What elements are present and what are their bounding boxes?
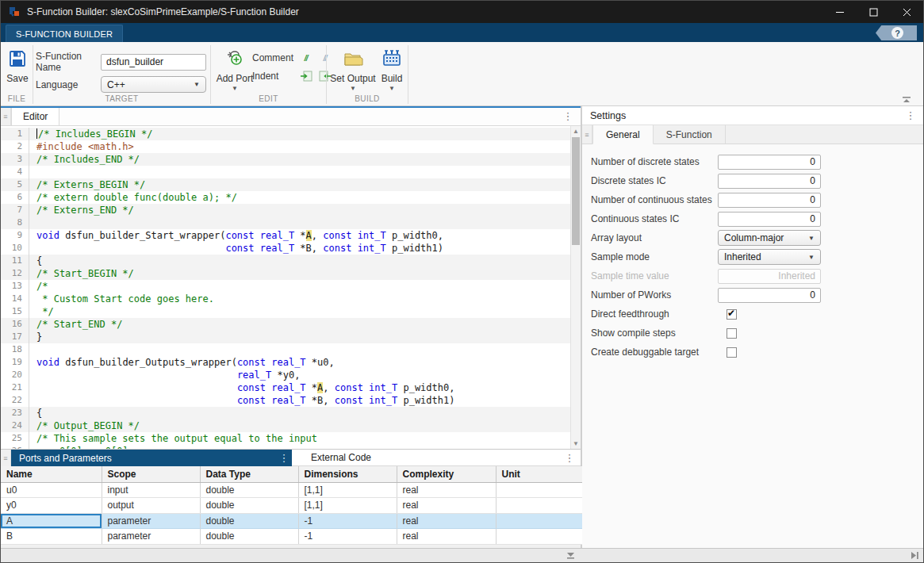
- code-line[interactable]: 14 * Custom Start code goes here.: [1, 293, 570, 305]
- close-button[interactable]: [890, 1, 923, 23]
- code-line[interactable]: 6/* extern double func(double a); */: [1, 191, 570, 204]
- table-row[interactable]: Bparameterdouble-1real: [1, 529, 582, 545]
- code-line[interactable]: 24/* Output_BEGIN */: [1, 419, 570, 432]
- code-line[interactable]: 16/* Start_END */: [1, 318, 570, 331]
- editor-kebab-icon[interactable]: ⋮: [560, 110, 576, 122]
- field-label: Show compile steps: [591, 327, 718, 339]
- tab-ports-and-parameters[interactable]: Ports and Parameters ⋮: [11, 450, 292, 466]
- bottom-status-bar: [1, 548, 923, 562]
- code-line[interactable]: 1/* Includes_BEGIN */: [1, 128, 570, 140]
- settings-kebab-icon[interactable]: ⋮: [903, 109, 918, 121]
- language-dropdown[interactable]: C++ ▼: [101, 76, 206, 93]
- code-line[interactable]: 9void dsfun_builder_Start_wrapper(const …: [1, 229, 570, 242]
- ports-kebab-icon[interactable]: ⋮: [276, 452, 292, 464]
- tab-sfunction-builder[interactable]: S-FUNCTION BUILDER: [6, 25, 123, 42]
- section-label-build: BUILD: [327, 94, 408, 103]
- create-debuggable-checkbox[interactable]: [727, 347, 737, 358]
- help-icon[interactable]: ?: [891, 27, 903, 39]
- table-row[interactable]: u0inputdouble[1,1]real: [1, 482, 582, 498]
- code-line[interactable]: 22 const real_T *B, const int_T p_width1…: [1, 394, 570, 407]
- code-line[interactable]: 7/* Externs_END */: [1, 204, 570, 216]
- tab-general[interactable]: General: [592, 125, 654, 144]
- editor-tab-bar: ≡ Editor ⋮: [1, 108, 581, 126]
- code-line[interactable]: 21 const real_T *A, const int_T p_width0…: [1, 381, 570, 394]
- code-line[interactable]: 18: [1, 343, 570, 356]
- comment-icon[interactable]: //: [299, 52, 312, 63]
- code-lines[interactable]: 1/* Includes_BEGIN */2#include <math.h>3…: [1, 128, 570, 449]
- chevron-down-icon: ▼: [194, 81, 200, 88]
- window-title: S-Function Builder: slexCoSimPrimeExampl…: [27, 6, 299, 17]
- direct-feedthrough-checkbox[interactable]: [727, 309, 737, 320]
- code-line[interactable]: 23{: [1, 407, 570, 419]
- build-icon: [378, 47, 406, 71]
- indent-right-icon[interactable]: [299, 70, 312, 82]
- save-icon: [3, 47, 32, 71]
- panel-drag-handle-icon[interactable]: ≡: [1, 108, 11, 125]
- code-line[interactable]: 8: [1, 216, 570, 229]
- col-header-scope[interactable]: Scope: [102, 466, 200, 482]
- expand-panel-icon[interactable]: [910, 551, 919, 562]
- scrollbar-thumb[interactable]: [572, 137, 580, 245]
- tab-editor[interactable]: Editor: [11, 108, 59, 125]
- pworks-input[interactable]: [718, 288, 821, 303]
- show-compile-steps-checkbox[interactable]: [727, 328, 737, 339]
- code-line[interactable]: 10 const real_T *B, const int_T p_width1…: [1, 242, 570, 255]
- col-header-datatype[interactable]: Data Type: [200, 466, 298, 482]
- minimize-button[interactable]: [823, 1, 857, 23]
- table-row-selected[interactable]: Aparameterdouble-1real: [1, 513, 582, 529]
- code-line[interactable]: 17}: [1, 331, 570, 343]
- maximize-button[interactable]: [857, 1, 890, 23]
- sfunction-name-label: S-Function Name: [36, 51, 101, 73]
- code-line[interactable]: 25/* This sample sets the output equal t…: [1, 432, 570, 445]
- external-code-kebab-icon[interactable]: ⋮: [562, 452, 577, 464]
- editor-scrollbar[interactable]: ▲ ▼: [570, 126, 581, 449]
- editor-column: ≡ Editor ⋮ 1/* Includes_BEGIN */2#includ…: [1, 106, 582, 548]
- section-label-file: FILE: [1, 94, 33, 103]
- panel-drag-handle-icon[interactable]: ≡: [1, 450, 11, 467]
- scroll-down-icon[interactable]: ▼: [571, 439, 581, 449]
- discrete-states-ic-input[interactable]: [718, 174, 821, 189]
- code-line[interactable]: 2#include <math.h>: [1, 140, 570, 153]
- settings-panel: Settings ⋮ ≡ General S-Function Number o…: [582, 106, 923, 548]
- col-header-unit[interactable]: Unit: [496, 466, 582, 482]
- discrete-states-input[interactable]: [718, 155, 821, 170]
- col-header-complexity[interactable]: Complexity: [397, 466, 496, 482]
- code-line[interactable]: 3/* Includes_END */: [1, 153, 570, 166]
- sample-mode-dropdown[interactable]: Inherited▼: [718, 249, 821, 265]
- field-label: Number of PWorks: [591, 289, 718, 301]
- code-line[interactable]: 12/* Start_BEGIN */: [1, 267, 570, 280]
- scroll-up-icon[interactable]: ▲: [571, 126, 581, 136]
- tab-external-code[interactable]: External Code ⋮: [292, 450, 581, 466]
- tab-sfunction[interactable]: S-Function: [654, 125, 726, 144]
- code-line[interactable]: 20 real_T *y0,: [1, 369, 570, 381]
- settings-form: Number of discrete states Discrete state…: [582, 144, 923, 362]
- chevron-down-icon: ▼: [214, 85, 255, 92]
- help-tag[interactable]: ?: [876, 25, 917, 40]
- code-line[interactable]: 26 y0[0] = u0[0];: [1, 445, 570, 449]
- text-caret: [36, 128, 37, 139]
- panel-drag-handle-icon[interactable]: ≡: [582, 125, 592, 144]
- col-header-dimensions[interactable]: Dimensions: [298, 466, 397, 482]
- code-line[interactable]: 4: [1, 166, 570, 178]
- table-row[interactable]: y0outputdouble[1,1]real: [1, 498, 582, 514]
- code-editor[interactable]: 1/* Includes_BEGIN */2#include <math.h>3…: [1, 126, 581, 449]
- col-header-name[interactable]: Name: [1, 466, 102, 482]
- section-divider: [408, 45, 408, 104]
- add-port-button[interactable]: Add Port ▼: [214, 47, 255, 92]
- build-button[interactable]: Build ▼: [378, 47, 406, 92]
- code-line[interactable]: 11{: [1, 255, 570, 267]
- chevron-down-icon: ▼: [378, 85, 406, 92]
- array-layout-dropdown[interactable]: Column-major▼: [718, 230, 821, 246]
- set-output-button[interactable]: Set Output ▼: [330, 47, 376, 92]
- continuous-states-ic-input[interactable]: [718, 212, 821, 227]
- collapse-panel-icon[interactable]: [566, 551, 576, 562]
- sfunction-name-input[interactable]: [101, 54, 206, 71]
- code-line[interactable]: 19void dsfun_builder_Outputs_wrapper(con…: [1, 356, 570, 369]
- code-line[interactable]: 15 */: [1, 305, 570, 318]
- code-line[interactable]: 13/*: [1, 280, 570, 293]
- code-line[interactable]: 5/* Externs_BEGIN */: [1, 178, 570, 191]
- continuous-states-input[interactable]: [718, 193, 821, 208]
- collapse-ribbon-icon[interactable]: [901, 95, 912, 103]
- save-button[interactable]: Save: [3, 47, 32, 84]
- sample-time-input: [718, 269, 821, 284]
